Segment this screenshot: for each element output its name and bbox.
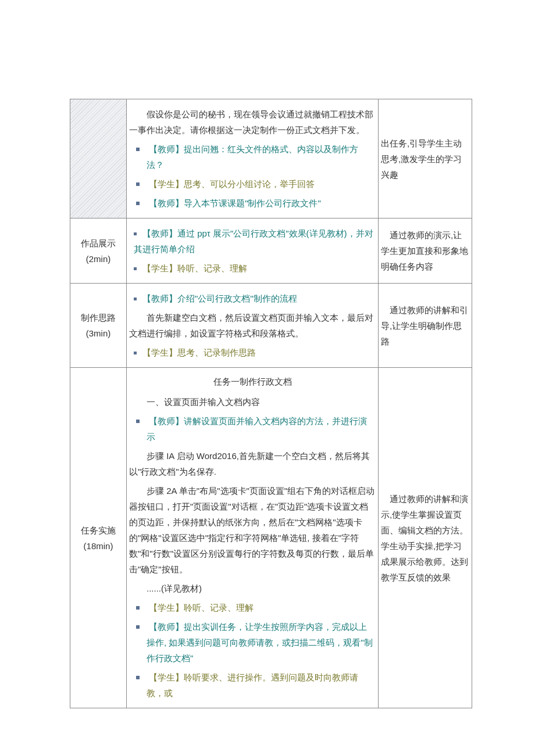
- row0-item-1: 【教师】提出问翘：红头文件的格式、内容以及制作方法？: [129, 141, 376, 173]
- row2-right-text: 通过教师的讲解和引导,让学生明确制作思路: [381, 302, 469, 349]
- row3-right-text: 通过教师的讲解和演示,使学生掌握设置页面、编辑文档的方法。学生动手实操,把学习成…: [381, 491, 469, 585]
- row3-b1-text: 【教师】讲解设置页面并输入文档内容的方法，并进行演示: [147, 416, 367, 442]
- row3-b1: 【教师】讲解设置页面并输入文档内容的方法，并进行演示: [129, 413, 376, 445]
- row0-item-3: 【教师】导入本节课课题"制作公司行政文件": [129, 195, 376, 211]
- row3-left-line1: 任务实施: [73, 522, 124, 538]
- row1-left-line2: (2min): [73, 251, 124, 267]
- row0-item-2-text: 【学生】思考、可以分小组讨论，举手回答: [149, 179, 315, 189]
- table-row: 假设你是公司的秘书，现在领导会议通过就撤销工程技术部一事作出决定。请你根据这一决…: [70, 99, 472, 218]
- row2-mid: 【教师】介绍"公司行政文档"制作的流程 首先新建空白文档，然后设置文档页面并输入…: [127, 284, 379, 368]
- row0-intro: 假设你是公司的秘书，现在领导会议通过就撤销工程技术部一事作出决定。请你根据这一决…: [129, 106, 376, 138]
- row1-b1: 【教师】通过 ppτ 展示"公司行政文档"效果(详见教材)，并对其进行简单介绍: [129, 225, 376, 257]
- row0-item-1-text: 【教师】提出问翘：红头文件的格式、内容以及制作方法？: [147, 144, 358, 170]
- square-bullet-icon: [134, 298, 137, 300]
- table-row: 作品展示 (2min) 【教师】通过 ppτ 展示"公司行政文档"效果(详见教材…: [70, 218, 472, 284]
- row2-top-text: 【教师】介绍"公司行政文档"制作的流程: [142, 293, 297, 303]
- table-row: 任务实施 (18min) 任务一制作行政文档 一、设置页面并输入文档内容 【教师…: [70, 368, 472, 708]
- row2-right: 通过教师的讲解和引导,让学生明确制作思路: [379, 284, 472, 368]
- row3-left: 任务实施 (18min): [70, 368, 127, 708]
- row1-b2-text: 【学生】聆听、记录、理解: [142, 263, 247, 273]
- row3-left-line2: (18min): [73, 538, 124, 554]
- row3-p1: 步骤 IA 启动 Word2016,首先新建一个空白文档，然后将其以"行政文档"…: [129, 448, 376, 479]
- row1-right-text: 通过教师的演示,让学生更加直接和形象地明确任务内容: [381, 227, 469, 274]
- square-bullet-icon: [134, 267, 137, 270]
- row2-top: 【教师】介绍"公司行政文档"制作的流程: [129, 291, 376, 306]
- row3-b3-text: 【教师】提出实训任务，让学生按照所学内容，完成以上操作, 如果遇到问题可向教师请…: [147, 622, 373, 663]
- row0-item-2: 【学生】思考、可以分小组讨论，举手回答: [129, 176, 376, 192]
- row3-b4: 【学生】聆听要求、进行操作。遇到问题及时向教师请教，或: [129, 669, 376, 701]
- row3-sub: 一、设置页面并输入文档内容: [129, 394, 376, 410]
- row2-left-line2: (3min): [73, 325, 124, 341]
- row3-right: 通过教师的讲解和演示,使学生掌握设置页面、编辑文档的方法。学生动手实操,把学习成…: [379, 368, 472, 708]
- row3-p2: 步骤 2A 单击"布局"选项卡"页面设置"组右下角的对话框启动器按钮口，打开"页…: [129, 483, 376, 577]
- square-bullet-icon: [136, 182, 140, 186]
- row2-left-line1: 制作思路: [73, 310, 124, 325]
- row0-mid: 假设你是公司的秘书，现在领导会议通过就撤销工程技术部一事作出决定。请你根据这一决…: [127, 99, 379, 218]
- page: 假设你是公司的秘书，现在领导会议通过就撤销工程技术部一事作出决定。请你根据这一决…: [0, 0, 535, 737]
- square-bullet-icon: [136, 676, 140, 679]
- row3-b4-text: 【学生】聆听要求、进行操作。遇到问题及时向教师请教，或: [147, 672, 358, 698]
- row3-title: 任务一制作行政文档: [129, 374, 376, 389]
- table-row: 制作思路 (3min) 【教师】介绍"公司行政文档"制作的流程 首先新建空白文档…: [70, 284, 472, 368]
- row2-left: 制作思路 (3min): [70, 284, 127, 368]
- row0-right: 出任务,引导学生主动思考,激发学生的学习兴趣: [379, 99, 472, 218]
- square-bullet-icon: [136, 202, 140, 205]
- row1-right: 通过教师的演示,让学生更加直接和形象地明确任务内容: [379, 218, 472, 284]
- row3-b2: 【学生】聆听、记录、理解: [129, 600, 376, 615]
- square-bullet-icon: [136, 148, 140, 151]
- row3-b2-text: 【学生】聆听、记录、理解: [149, 603, 254, 612]
- lesson-plan-table: 假设你是公司的秘书，现在领导会议通过就撤销工程技术部一事作出决定。请你根据这一决…: [70, 99, 472, 708]
- row1-mid: 【教师】通过 ppτ 展示"公司行政文档"效果(详见教材)，并对其进行简单介绍 …: [127, 218, 379, 284]
- row0-left-hatched: [70, 99, 127, 218]
- row2-bottom: 【学生】思考、记录制作思路: [129, 345, 376, 360]
- row3-p3: ......(详见教材): [129, 581, 376, 596]
- row3-mid: 任务一制作行政文档 一、设置页面并输入文档内容 【教师】讲解设置页面并输入文档内…: [127, 368, 379, 708]
- row0-item-3-text: 【教师】导入本节课课题"制作公司行政文件": [149, 198, 321, 208]
- square-bullet-icon: [136, 606, 140, 610]
- row1-left: 作品展示 (2min): [70, 218, 127, 284]
- square-bullet-icon: [134, 352, 137, 354]
- square-bullet-icon: [134, 232, 137, 235]
- row1-b1-text: 【教师】通过 ppτ 展示"公司行政文档"效果(详见教材)，并对其进行简单介绍: [134, 228, 373, 254]
- square-bullet-icon: [136, 625, 140, 629]
- row3-b3: 【教师】提出实训任务，让学生按照所学内容，完成以上操作, 如果遇到问题可向教师请…: [129, 619, 376, 666]
- square-bullet-icon: [136, 420, 140, 423]
- row1-left-line1: 作品展示: [73, 235, 124, 251]
- row2-bottom-text: 【学生】思考、记录制作思路: [142, 347, 256, 357]
- row2-para: 首先新建空白文档，然后设置文档页面并输入文本，最后对文档进行编排，如设置字符格式…: [129, 310, 376, 341]
- row1-b2: 【学生】聆听、记录、理解: [129, 260, 376, 276]
